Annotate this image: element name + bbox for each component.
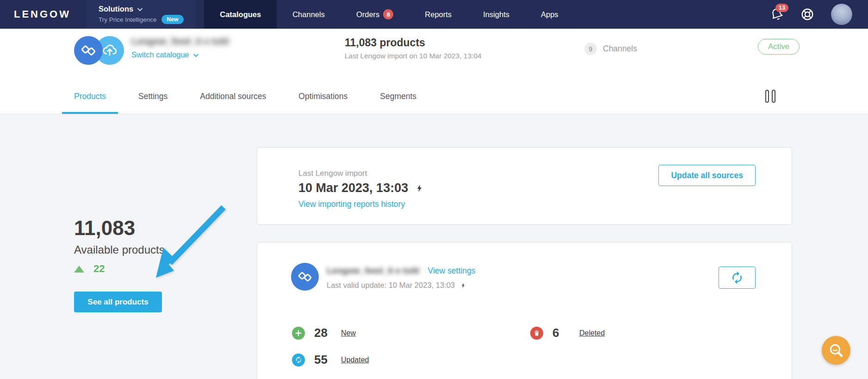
new-badge: New: [161, 15, 184, 24]
channels-summary[interactable]: 9 Channels: [584, 43, 637, 55]
tab-settings[interactable]: Settings: [138, 79, 167, 114]
catalogue-icons: [74, 36, 124, 66]
stat-deleted-value: 6: [552, 326, 570, 340]
chain-link-icon: [291, 263, 319, 291]
stat-deleted: 6 Deleted: [530, 326, 605, 340]
search-fab-button[interactable]: [822, 336, 850, 365]
magnifier-smile-icon: [828, 342, 844, 359]
chevron-down-icon: [193, 51, 198, 56]
import-card-title: Last Lengow import: [298, 169, 367, 178]
available-products-summary: 11,083 Available products 22 See all pro…: [74, 217, 165, 312]
stat-updated-link[interactable]: Updated: [341, 356, 369, 364]
triangle-up-icon: [74, 266, 84, 273]
channels-count-badge: 9: [584, 43, 597, 55]
nav-item-insights[interactable]: Insights: [467, 0, 525, 29]
last-valid-update-text: Last valid update: 10 Mar 2023, 13:03: [327, 281, 455, 290]
tab-segments[interactable]: Segments: [380, 79, 416, 114]
see-all-products-button[interactable]: See all products: [74, 292, 162, 312]
avatar-blurred-photo: [831, 4, 852, 25]
help-button[interactable]: [800, 7, 814, 21]
catalogue-header: Lengow_feed_it e tutti Switch catalogue …: [0, 29, 868, 79]
catalogue-name-blurred: Lengow_feed_it e tutti: [131, 36, 229, 47]
products-delta: 22: [93, 263, 105, 275]
stat-new-value: 28: [314, 326, 332, 340]
status-badge: Active: [758, 39, 800, 55]
lengow-catalogue-page: LENGOW Solutions Try Price Intelligence …: [0, 0, 868, 379]
lengow-logo[interactable]: LENGOW: [0, 0, 87, 29]
trash-icon: [530, 327, 543, 340]
lightning-icon: [415, 183, 423, 193]
view-reports-history-link[interactable]: View importing reports history: [298, 199, 405, 209]
channels-label: Channels: [603, 44, 637, 54]
stat-updated: 55 Updated: [292, 353, 369, 367]
available-products-label: Available products: [74, 243, 165, 256]
update-all-sources-button[interactable]: Update all sources: [658, 165, 756, 186]
notification-count-badge: 13: [775, 4, 788, 12]
nav-item-catalogues[interactable]: Catalogues: [204, 0, 277, 29]
products-count: 11,083 products: [345, 37, 482, 49]
refresh-source-button[interactable]: [719, 267, 756, 289]
lightning-icon: [460, 282, 466, 289]
stat-new-link[interactable]: New: [341, 329, 356, 337]
view-settings-link[interactable]: View settings: [428, 266, 476, 276]
tabs-bar: Products Settings Additional sources Opt…: [0, 79, 868, 114]
orders-count-badge: 8: [383, 9, 393, 19]
tab-additional-sources[interactable]: Additional sources: [200, 79, 266, 114]
nav-item-apps[interactable]: Apps: [525, 0, 574, 29]
nav-item-channels[interactable]: Channels: [277, 0, 341, 29]
solutions-label: Solutions: [99, 5, 133, 13]
navbar-right: 13: [770, 0, 868, 29]
switch-catalogue-link[interactable]: Switch catalogue: [131, 50, 229, 59]
nav-items: Catalogues Channels Orders 8 Reports Ins…: [204, 0, 574, 29]
solutions-subtitle: Try Price Intelligence: [99, 16, 157, 23]
source-name-blurred: Lengow_feed_it e tutti: [327, 266, 420, 276]
tab-products[interactable]: Products: [74, 79, 106, 114]
tab-optimisations[interactable]: Optimisations: [298, 79, 347, 114]
chain-link-icon: [74, 36, 103, 65]
stat-deleted-link[interactable]: Deleted: [579, 329, 605, 337]
plus-circle-icon: [292, 327, 305, 340]
last-import-card: Last Lengow import 10 Mar 2023, 13:03 Vi…: [257, 147, 792, 225]
nav-item-reports[interactable]: Reports: [409, 0, 467, 29]
user-avatar[interactable]: [831, 4, 852, 25]
refresh-circle-icon: [292, 354, 305, 367]
import-date: 10 Mar 2023, 13:03: [298, 181, 408, 195]
source-card: Lengow_feed_it e tutti View settings Las…: [257, 242, 792, 379]
stat-updated-value: 55: [314, 353, 332, 367]
solutions-menu[interactable]: Solutions Try Price Intelligence New: [87, 0, 196, 29]
notifications-button[interactable]: 13: [770, 7, 784, 21]
chevron-down-icon: [137, 6, 143, 11]
available-products-count: 11,083: [74, 217, 165, 240]
nav-item-orders[interactable]: Orders 8: [341, 0, 409, 29]
lifebuoy-icon: [800, 7, 814, 21]
last-import-text: Last Lengow import on 10 Mar 2023, 13:04: [345, 52, 482, 60]
refresh-icon: [730, 271, 744, 285]
stat-new: 28 New: [292, 326, 356, 340]
top-navbar: LENGOW Solutions Try Price Intelligence …: [0, 0, 868, 29]
pause-icon[interactable]: [765, 90, 775, 103]
